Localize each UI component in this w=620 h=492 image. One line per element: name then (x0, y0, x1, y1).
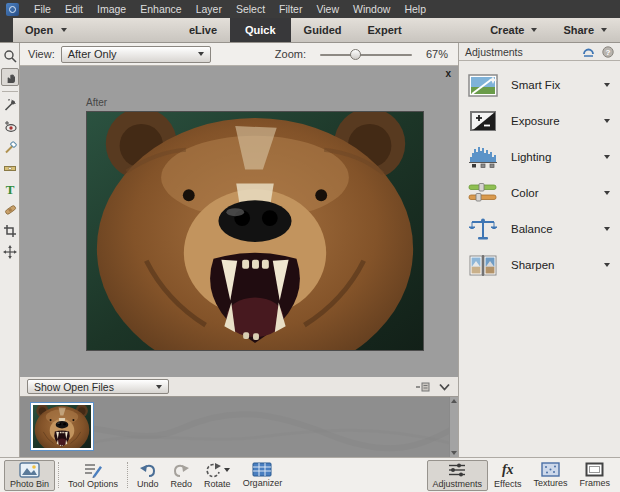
move-tool[interactable] (1, 243, 19, 261)
menu-filter[interactable]: Filter (272, 0, 309, 18)
adjustment-label: Lighting (511, 151, 604, 163)
adjustment-sharpen[interactable]: Sharpen (459, 247, 620, 283)
help-icon[interactable]: ? (602, 46, 614, 58)
red-eye-tool[interactable] (1, 117, 19, 135)
chevron-down-icon[interactable] (604, 263, 610, 267)
adjustments-tab-button[interactable]: Adjustments (427, 460, 489, 491)
tab-quick[interactable]: Quick (230, 18, 291, 42)
scroll-down-icon[interactable] (451, 451, 457, 455)
photo-bin-icon (19, 462, 40, 478)
share-menu-button[interactable]: Share (550, 18, 620, 42)
adjustment-label: Exposure (511, 115, 604, 127)
photo-image[interactable] (86, 111, 424, 351)
tab-elive[interactable]: eLive (176, 18, 230, 42)
menu-file[interactable]: File (27, 0, 58, 18)
close-icon[interactable]: x (445, 69, 451, 79)
menu-window[interactable]: Window (346, 0, 397, 18)
taskbar-separator (127, 462, 128, 488)
taskbar-separator (58, 462, 59, 488)
chevron-down-icon[interactable] (604, 155, 610, 159)
zoom-slider-track (320, 54, 412, 56)
task-button-label: Redo (171, 479, 193, 489)
create-menu-button[interactable]: Create (477, 18, 550, 42)
zoom-tool[interactable] (1, 47, 19, 65)
undo-button[interactable]: Undo (131, 460, 165, 491)
menu-view[interactable]: View (309, 0, 346, 18)
level-icon (3, 161, 17, 175)
effects-icon: fx (502, 462, 514, 478)
type-tool[interactable]: T (1, 180, 19, 198)
redo-button[interactable]: Redo (165, 460, 199, 491)
chevron-down-icon[interactable] (604, 227, 610, 231)
quick-selection-tool[interactable] (1, 96, 19, 114)
bin-dropdown-value: Show Open Files (34, 381, 114, 393)
spot-healing-tool[interactable] (1, 201, 19, 219)
adjustment-lighting[interactable]: Lighting (459, 139, 620, 175)
zoom-slider-handle[interactable] (350, 49, 361, 60)
adjustment-label: Color (511, 187, 604, 199)
tab-guided[interactable]: Guided (291, 18, 355, 42)
share-label: Share (563, 24, 594, 36)
chevron-down-icon[interactable] (604, 83, 610, 87)
menu-image[interactable]: Image (90, 0, 133, 18)
bear-photo (87, 112, 423, 350)
photo-bin-thumbnail[interactable] (30, 402, 94, 451)
view-dropdown[interactable]: After Only (61, 46, 211, 63)
menu-layer[interactable]: Layer (189, 0, 229, 18)
reset-panel-icon[interactable] (581, 46, 596, 58)
tool-options-button[interactable]: Tool Options (62, 460, 124, 491)
straighten-tool[interactable] (1, 159, 19, 177)
show-open-files-dropdown[interactable]: Show Open Files (27, 379, 169, 394)
frames-tab-button[interactable]: Frames (573, 460, 616, 491)
menu-select[interactable]: Select (229, 0, 272, 18)
adjustment-color[interactable]: Color (459, 175, 620, 211)
smart-fix-icon (468, 74, 498, 97)
type-T-icon: T (3, 182, 17, 196)
balance-scale-icon (468, 217, 498, 242)
chevron-down-icon (198, 52, 204, 56)
color-icon (468, 182, 498, 204)
photo-bin-bar: Show Open Files (20, 377, 458, 397)
frames-icon (585, 462, 604, 477)
tab-expert[interactable]: Expert (355, 18, 415, 42)
photoshop-elements-window: File Edit Image Enhance Layer Select Fil… (0, 0, 620, 492)
textures-tab-button[interactable]: Textures (527, 460, 573, 491)
menu-enhance[interactable]: Enhance (133, 0, 188, 18)
bin-scrollbar[interactable] (449, 397, 458, 457)
bear-thumbnail (33, 405, 91, 448)
menu-edit[interactable]: Edit (58, 0, 90, 18)
adjustment-balance[interactable]: Balance (459, 211, 620, 247)
rotate-button[interactable]: Rotate (198, 460, 237, 491)
eye-icon (3, 119, 17, 133)
svg-text:?: ? (606, 48, 611, 57)
adjustment-smart-fix[interactable]: Smart Fix (459, 67, 620, 103)
rotate-dropdown-icon[interactable] (224, 468, 230, 472)
crop-tool[interactable] (1, 222, 19, 240)
adjustments-list: Smart Fix Exposure Lighting Color Ba (459, 61, 620, 283)
menu-help[interactable]: Help (397, 0, 433, 18)
chevron-down-icon[interactable] (604, 119, 610, 123)
chevron-down-icon[interactable] (604, 191, 610, 195)
bin-menu-icon[interactable] (416, 382, 430, 392)
scroll-up-icon[interactable] (451, 399, 457, 403)
zoom-slider[interactable] (320, 49, 412, 60)
view-dropdown-value: After Only (68, 48, 117, 60)
adjustments-panel-title: Adjustments (465, 46, 523, 58)
hand-tool[interactable] (1, 68, 19, 86)
canvas-area: After x (20, 66, 458, 377)
open-button[interactable]: Open (13, 18, 79, 42)
whiten-teeth-tool[interactable] (1, 138, 19, 156)
zoom-percent-value: 67% (420, 48, 448, 60)
svg-text:T: T (5, 182, 14, 196)
redo-icon (171, 462, 191, 478)
photo-bin-button[interactable]: Photo Bin (4, 460, 55, 491)
adjustment-exposure[interactable]: Exposure (459, 103, 620, 139)
organizer-button[interactable]: Organizer (237, 460, 289, 491)
selection-brush-icon (3, 98, 17, 112)
collapse-chevron-icon[interactable] (439, 383, 450, 391)
chevron-down-icon (156, 385, 162, 389)
exposure-icon (470, 111, 496, 131)
menu-bar: File Edit Image Enhance Layer Select Fil… (0, 0, 620, 18)
adjustment-label: Smart Fix (511, 79, 604, 91)
effects-tab-button[interactable]: fx Effects (488, 460, 527, 491)
